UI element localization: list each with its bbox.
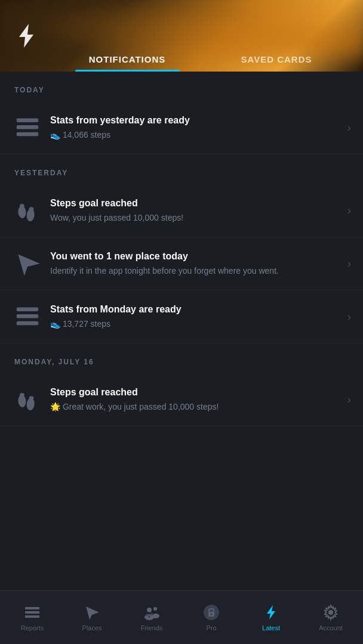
nav-item-latest[interactable]: Latest (241, 598, 301, 637)
places-label: Places (82, 624, 101, 631)
svg-point-23 (152, 614, 159, 618)
svg-point-5 (20, 204, 24, 208)
reports-icon (24, 604, 41, 621)
svg-rect-18 (25, 615, 39, 618)
svg-rect-17 (25, 611, 39, 614)
account-label: Account (319, 624, 343, 631)
tabs-container: NOTIFICATIONS SAVED CARDS (53, 0, 351, 72)
footprint-icon (12, 195, 43, 226)
layers-icon (12, 112, 43, 143)
layers-icon (12, 301, 43, 332)
tab-notifications[interactable]: NOTIFICATIONS (53, 54, 202, 72)
notification-title: Steps goal reached (50, 197, 340, 210)
places-icon (84, 604, 100, 621)
app-logo-icon (12, 21, 41, 50)
svg-point-13 (20, 393, 24, 397)
notifications-list: TODAY Stats from yesterday are ready 👟 1… (0, 72, 363, 590)
notification-subtitle: 👟 14,066 steps (50, 129, 340, 141)
chevron-right-icon: › (347, 205, 351, 217)
svg-point-26 (148, 615, 150, 618)
notification-body: Steps goal reached Wow, you just passed … (43, 197, 347, 224)
nav-item-pro[interactable]: Pro (182, 598, 241, 637)
latest-lightning-icon (263, 604, 279, 621)
bottom-navigation: Reports Places Friends (0, 590, 363, 644)
notification-subtitle: 🌟 Great work, you just passed 10,000 ste… (50, 401, 340, 413)
reports-label: Reports (21, 624, 44, 631)
chevron-right-icon: › (347, 311, 351, 323)
section-label-yesterday: YESTERDAY (0, 154, 363, 184)
notification-title: Stats from yesterday are ready (50, 114, 340, 127)
svg-rect-9 (17, 307, 38, 311)
svg-rect-10 (17, 314, 38, 318)
svg-point-21 (153, 607, 157, 611)
nav-item-reports[interactable]: Reports (2, 598, 62, 637)
svg-point-20 (147, 608, 152, 612)
notification-subtitle: 👟 13,727 steps (50, 318, 340, 330)
header: NOTIFICATIONS SAVED CARDS (0, 0, 363, 72)
footprint-icon (12, 384, 43, 415)
tab-saved-cards[interactable]: SAVED CARDS (202, 54, 351, 72)
svg-point-25 (150, 613, 153, 615)
header-content: NOTIFICATIONS SAVED CARDS (0, 0, 363, 72)
nav-item-places[interactable]: Places (62, 598, 122, 637)
chevron-right-icon: › (347, 122, 351, 134)
svg-point-15 (29, 396, 34, 400)
chevron-right-icon: › (347, 394, 351, 406)
pro-lock-icon (203, 604, 220, 621)
notification-new-place[interactable]: You went to 1 new place today Identify i… (0, 237, 363, 290)
latest-label: Latest (262, 624, 280, 631)
svg-rect-1 (17, 118, 38, 122)
svg-point-24 (146, 614, 148, 616)
notification-body: Stats from Monday are ready 👟 13,727 ste… (43, 304, 347, 330)
section-label-monday: MONDAY, JULY 16 (0, 343, 363, 373)
notification-body: Steps goal reached 🌟 Great work, you jus… (43, 386, 347, 413)
friends-icon (143, 604, 160, 621)
notification-stats-yesterday[interactable]: Stats from yesterday are ready 👟 14,066 … (0, 101, 363, 154)
notification-body: You went to 1 new place today Identify i… (43, 250, 347, 277)
svg-marker-0 (19, 24, 33, 48)
notification-title: Steps goal reached (50, 386, 340, 399)
notification-steps-goal-yesterday[interactable]: Steps goal reached Wow, you just passed … (0, 184, 363, 237)
svg-marker-8 (18, 254, 39, 275)
svg-marker-30 (267, 605, 275, 620)
pro-label: Pro (206, 624, 216, 631)
notification-subtitle: Identify it in the app tonight before yo… (50, 265, 340, 277)
notification-steps-goal-monday[interactable]: Steps goal reached 🌟 Great work, you jus… (0, 373, 363, 426)
nav-item-friends[interactable]: Friends (122, 598, 182, 637)
chevron-right-icon: › (347, 258, 351, 270)
svg-point-31 (328, 610, 333, 615)
notification-body: Stats from yesterday are ready 👟 14,066 … (43, 114, 347, 141)
svg-point-7 (29, 207, 34, 211)
friends-label: Friends (141, 624, 163, 631)
nav-item-account[interactable]: Account (301, 598, 361, 637)
notification-subtitle: Wow, you just passed 10,000 steps! (50, 212, 340, 224)
location-arrow-icon (12, 248, 43, 279)
svg-marker-19 (86, 606, 99, 620)
notification-title: You went to 1 new place today (50, 250, 340, 263)
svg-point-29 (211, 613, 213, 615)
section-label-today: TODAY (0, 72, 363, 101)
notification-title: Stats from Monday are ready (50, 304, 340, 316)
svg-rect-11 (17, 321, 38, 326)
svg-rect-16 (25, 607, 39, 609)
svg-rect-2 (17, 125, 38, 129)
account-gear-icon (322, 604, 339, 621)
svg-rect-3 (17, 132, 38, 137)
notification-stats-monday[interactable]: Stats from Monday are ready 👟 13,727 ste… (0, 290, 363, 343)
